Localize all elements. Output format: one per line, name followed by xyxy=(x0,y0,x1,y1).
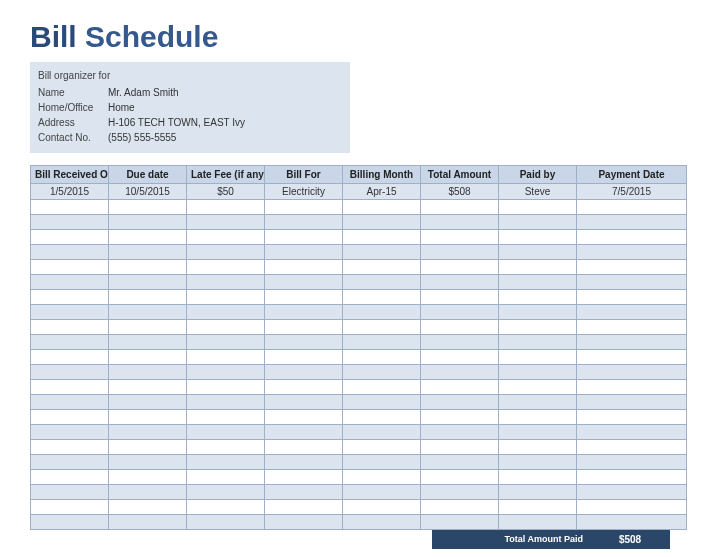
cell-empty[interactable] xyxy=(421,455,499,470)
cell-empty[interactable] xyxy=(421,485,499,500)
table-row[interactable]: 1/5/201510/5/2015$50ElectricityApr-15$50… xyxy=(31,184,687,200)
cell-empty[interactable] xyxy=(499,350,577,365)
cell-empty[interactable] xyxy=(31,230,109,245)
cell-total[interactable]: $508 xyxy=(421,184,499,200)
cell-empty[interactable] xyxy=(109,335,187,350)
cell-empty[interactable] xyxy=(109,470,187,485)
cell-empty[interactable] xyxy=(109,260,187,275)
cell-empty[interactable] xyxy=(265,425,343,440)
cell-empty[interactable] xyxy=(109,290,187,305)
cell-empty[interactable] xyxy=(265,350,343,365)
cell-empty[interactable] xyxy=(265,260,343,275)
cell-received[interactable]: 1/5/2015 xyxy=(31,184,109,200)
table-row[interactable] xyxy=(31,515,687,530)
cell-empty[interactable] xyxy=(577,230,687,245)
cell-paydate[interactable]: 7/5/2015 xyxy=(577,184,687,200)
cell-empty[interactable] xyxy=(499,425,577,440)
cell-empty[interactable] xyxy=(343,500,421,515)
cell-empty[interactable] xyxy=(421,470,499,485)
cell-empty[interactable] xyxy=(499,500,577,515)
cell-empty[interactable] xyxy=(265,200,343,215)
cell-empty[interactable] xyxy=(109,275,187,290)
cell-empty[interactable] xyxy=(187,275,265,290)
cell-latefee[interactable]: $50 xyxy=(187,184,265,200)
cell-empty[interactable] xyxy=(577,200,687,215)
cell-empty[interactable] xyxy=(499,365,577,380)
table-row[interactable] xyxy=(31,215,687,230)
cell-empty[interactable] xyxy=(343,215,421,230)
cell-empty[interactable] xyxy=(343,485,421,500)
cell-empty[interactable] xyxy=(109,395,187,410)
table-row[interactable] xyxy=(31,380,687,395)
cell-empty[interactable] xyxy=(577,395,687,410)
cell-empty[interactable] xyxy=(265,365,343,380)
cell-empty[interactable] xyxy=(187,305,265,320)
cell-empty[interactable] xyxy=(109,515,187,530)
cell-empty[interactable] xyxy=(499,245,577,260)
table-row[interactable] xyxy=(31,470,687,485)
cell-empty[interactable] xyxy=(31,515,109,530)
cell-empty[interactable] xyxy=(31,260,109,275)
cell-empty[interactable] xyxy=(577,455,687,470)
cell-empty[interactable] xyxy=(265,380,343,395)
cell-empty[interactable] xyxy=(31,245,109,260)
cell-empty[interactable] xyxy=(343,290,421,305)
cell-empty[interactable] xyxy=(109,200,187,215)
cell-empty[interactable] xyxy=(265,215,343,230)
table-row[interactable] xyxy=(31,320,687,335)
cell-empty[interactable] xyxy=(187,215,265,230)
cell-empty[interactable] xyxy=(31,200,109,215)
table-row[interactable] xyxy=(31,260,687,275)
table-row[interactable] xyxy=(31,365,687,380)
cell-empty[interactable] xyxy=(187,440,265,455)
cell-empty[interactable] xyxy=(577,410,687,425)
cell-empty[interactable] xyxy=(421,425,499,440)
cell-empty[interactable] xyxy=(265,410,343,425)
cell-empty[interactable] xyxy=(109,455,187,470)
cell-empty[interactable] xyxy=(187,200,265,215)
table-row[interactable] xyxy=(31,305,687,320)
cell-empty[interactable] xyxy=(31,320,109,335)
cell-empty[interactable] xyxy=(499,515,577,530)
cell-empty[interactable] xyxy=(421,275,499,290)
cell-empty[interactable] xyxy=(109,320,187,335)
cell-empty[interactable] xyxy=(577,500,687,515)
table-row[interactable] xyxy=(31,485,687,500)
cell-empty[interactable] xyxy=(577,215,687,230)
table-row[interactable] xyxy=(31,230,687,245)
cell-empty[interactable] xyxy=(421,230,499,245)
cell-empty[interactable] xyxy=(109,380,187,395)
table-row[interactable] xyxy=(31,200,687,215)
cell-empty[interactable] xyxy=(187,365,265,380)
cell-empty[interactable] xyxy=(109,485,187,500)
cell-empty[interactable] xyxy=(31,485,109,500)
table-row[interactable] xyxy=(31,500,687,515)
table-row[interactable] xyxy=(31,395,687,410)
table-row[interactable] xyxy=(31,245,687,260)
cell-empty[interactable] xyxy=(31,365,109,380)
cell-empty[interactable] xyxy=(187,320,265,335)
cell-empty[interactable] xyxy=(265,290,343,305)
cell-empty[interactable] xyxy=(499,455,577,470)
cell-empty[interactable] xyxy=(577,380,687,395)
cell-empty[interactable] xyxy=(31,350,109,365)
cell-empty[interactable] xyxy=(187,485,265,500)
cell-empty[interactable] xyxy=(31,470,109,485)
cell-empty[interactable] xyxy=(421,335,499,350)
cell-empty[interactable] xyxy=(577,305,687,320)
cell-empty[interactable] xyxy=(499,215,577,230)
cell-empty[interactable] xyxy=(187,395,265,410)
cell-empty[interactable] xyxy=(577,320,687,335)
table-row[interactable] xyxy=(31,440,687,455)
cell-empty[interactable] xyxy=(421,260,499,275)
cell-empty[interactable] xyxy=(343,470,421,485)
cell-empty[interactable] xyxy=(265,440,343,455)
cell-empty[interactable] xyxy=(343,320,421,335)
cell-empty[interactable] xyxy=(109,350,187,365)
cell-empty[interactable] xyxy=(343,275,421,290)
cell-empty[interactable] xyxy=(31,380,109,395)
cell-empty[interactable] xyxy=(499,230,577,245)
cell-empty[interactable] xyxy=(343,395,421,410)
cell-empty[interactable] xyxy=(31,455,109,470)
cell-empty[interactable] xyxy=(187,425,265,440)
